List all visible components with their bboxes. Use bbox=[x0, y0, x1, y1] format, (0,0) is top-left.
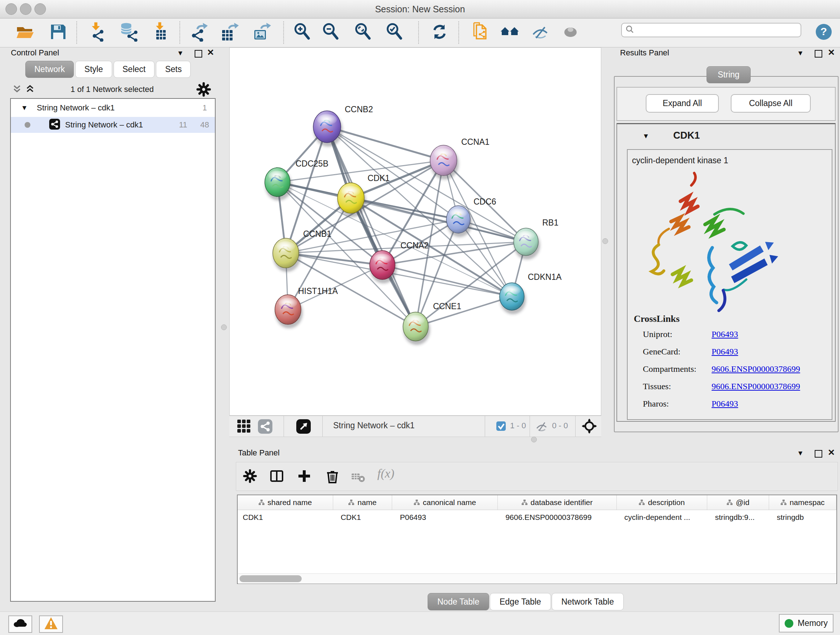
results-panel-collapse-icon[interactable]: ▼ bbox=[797, 49, 804, 57]
entry-detail: cyclin-dependent kinase 1 CrossLinks bbox=[627, 149, 832, 420]
export-image-icon[interactable] bbox=[251, 22, 272, 43]
search-icon bbox=[625, 25, 634, 35]
tab-string[interactable]: String bbox=[706, 66, 751, 83]
cloud-status-button[interactable] bbox=[8, 616, 32, 633]
column-header-canonical-name[interactable]: canonical name bbox=[392, 495, 498, 510]
import-network-file-icon[interactable] bbox=[85, 22, 106, 43]
tab-edge-table[interactable]: Edge Table bbox=[490, 593, 551, 610]
zoom-selected-icon[interactable] bbox=[384, 22, 405, 43]
column-header-namespac[interactable]: namespac bbox=[769, 495, 836, 510]
column-header-name[interactable]: name bbox=[333, 495, 393, 510]
table-cell[interactable]: 9606.ENSP00000378699 bbox=[498, 510, 617, 524]
table-cell[interactable]: cyclin-dependent ... bbox=[617, 510, 707, 524]
delete-column-icon[interactable] bbox=[325, 468, 340, 486]
crosslink-link[interactable]: 9606.ENSP00000378699 bbox=[712, 364, 800, 374]
table-cell[interactable]: CDK1 bbox=[238, 510, 333, 524]
show-columns-icon[interactable] bbox=[270, 469, 284, 485]
table-row[interactable]: CDK1CDK1P064939606.ENSP00000378699cyclin… bbox=[238, 510, 836, 524]
table-cell[interactable]: P06493 bbox=[392, 510, 498, 524]
tab-network[interactable]: Network bbox=[25, 61, 74, 78]
table-panel-close-icon[interactable]: ✕ bbox=[828, 448, 835, 458]
crosslink-link[interactable]: 9606.ENSP00000378699 bbox=[712, 382, 800, 391]
grid-view-icon[interactable] bbox=[237, 420, 251, 435]
crosslink-label: Compartments: bbox=[643, 364, 712, 374]
network-row-selected[interactable]: String Network – cdk1 11 48 bbox=[11, 117, 215, 133]
collection-expander-icon[interactable]: ▼ bbox=[21, 104, 28, 112]
hidden-eye-icon[interactable] bbox=[535, 420, 548, 434]
open-in-window-icon[interactable] bbox=[296, 419, 311, 435]
help-icon[interactable]: ? bbox=[813, 22, 834, 43]
bottom-splitter-handle[interactable] bbox=[531, 437, 537, 442]
table-panel-collapse-icon[interactable]: ▼ bbox=[797, 449, 804, 457]
results-panel-title: Results Panel bbox=[620, 48, 669, 57]
expand-all-button[interactable]: Expand All bbox=[646, 94, 719, 112]
crosslink-link[interactable]: P06493 bbox=[712, 347, 738, 356]
graph-node-CCNA1[interactable]: CCNA1 bbox=[430, 137, 489, 180]
table-cell[interactable]: stringdb:9... bbox=[707, 510, 769, 524]
collapse-all-networks-icon[interactable] bbox=[12, 84, 22, 95]
tab-network-table[interactable]: Network Table bbox=[552, 593, 624, 610]
open-session-icon[interactable] bbox=[14, 22, 35, 43]
selected-checkbox-icon[interactable] bbox=[496, 421, 506, 432]
network-options-gear-icon[interactable] bbox=[196, 82, 211, 98]
graph-node-CCNB2[interactable]: CCNB2 bbox=[313, 105, 373, 147]
network-snapshot-icon[interactable] bbox=[471, 22, 492, 43]
tab-sets[interactable]: Sets bbox=[156, 61, 191, 78]
refresh-view-icon[interactable] bbox=[429, 22, 450, 43]
birds-eye-view-icon[interactable] bbox=[582, 418, 597, 435]
column-header--id[interactable]: @id bbox=[707, 495, 769, 510]
home-icon[interactable] bbox=[499, 22, 520, 43]
column-header-shared-name[interactable]: shared name bbox=[238, 495, 333, 510]
hide-selected-icon[interactable] bbox=[530, 22, 551, 43]
tab-select[interactable]: Select bbox=[114, 61, 155, 78]
network-share-icon[interactable] bbox=[257, 419, 273, 435]
table-cell[interactable]: CDK1 bbox=[333, 510, 393, 524]
results-panel-float-icon[interactable] bbox=[815, 50, 822, 59]
right-splitter-handle[interactable] bbox=[602, 238, 608, 244]
crosslink-link[interactable]: P06493 bbox=[712, 329, 738, 339]
show-all-icon[interactable] bbox=[560, 22, 581, 43]
crosslink-label: Tissues: bbox=[643, 382, 712, 391]
network-collection-row[interactable]: ▼ String Network – cdk1 1 bbox=[11, 99, 215, 117]
export-network-icon[interactable] bbox=[189, 22, 210, 43]
column-header-description[interactable]: description bbox=[617, 495, 707, 510]
table-cell[interactable]: stringdb bbox=[769, 510, 836, 524]
column-header-database-identifier[interactable]: database identifier bbox=[498, 495, 617, 510]
graph-node-HIST1H1A[interactable]: HIST1H1A bbox=[275, 287, 338, 328]
zoom-out-icon[interactable] bbox=[321, 22, 341, 43]
crosslink-link[interactable]: P06493 bbox=[712, 399, 738, 409]
export-table-icon[interactable] bbox=[219, 22, 240, 43]
add-column-icon[interactable] bbox=[297, 469, 311, 485]
network-canvas[interactable]: CDK1 CCNB1 CCNB2 CCNA1 CCNA2 CCNE1 bbox=[229, 48, 601, 416]
graph-node-RB1[interactable]: RB1 bbox=[514, 218, 559, 260]
zoom-in-icon[interactable] bbox=[292, 22, 313, 43]
graph-node-CCNB1[interactable]: CCNB1 bbox=[273, 229, 332, 272]
zoom-fit-icon[interactable] bbox=[353, 22, 374, 43]
table-horizontal-scrollbar[interactable] bbox=[238, 573, 836, 584]
graph-node-CCNE1[interactable]: CCNE1 bbox=[403, 302, 461, 345]
network-tree: ▼ String Network – cdk1 1 String Network… bbox=[10, 98, 216, 602]
control-panel-close-icon[interactable]: ✕ bbox=[207, 48, 214, 57]
table-settings-gear-icon[interactable] bbox=[243, 469, 257, 485]
network-view-toolbar: String Network – cdk1 1 - 0 0 - 0 bbox=[229, 416, 601, 437]
collapse-all-button[interactable]: Collapse All bbox=[731, 94, 811, 112]
entry-expander-icon[interactable]: ▼ bbox=[643, 132, 649, 140]
memory-button[interactable]: Memory bbox=[779, 614, 834, 632]
expand-all-networks-icon[interactable] bbox=[25, 84, 35, 95]
results-panel-close-icon[interactable]: ✕ bbox=[828, 48, 835, 57]
import-table-icon[interactable] bbox=[148, 22, 169, 43]
tab-style[interactable]: Style bbox=[75, 61, 112, 78]
control-panel-collapse-icon[interactable]: ▼ bbox=[177, 49, 184, 57]
table-panel-float-icon[interactable] bbox=[815, 450, 822, 459]
control-panel-float-icon[interactable] bbox=[195, 50, 202, 59]
warnings-button[interactable] bbox=[39, 616, 63, 633]
tab-node-table[interactable]: Node Table bbox=[428, 593, 489, 610]
search-input[interactable] bbox=[634, 25, 795, 35]
svg-text:RB1: RB1 bbox=[542, 218, 559, 227]
scrollbar-thumb[interactable] bbox=[240, 575, 302, 582]
save-session-icon[interactable] bbox=[48, 22, 69, 43]
left-splitter-handle[interactable] bbox=[221, 325, 227, 330]
import-network-database-icon[interactable] bbox=[118, 22, 140, 43]
graph-node-CDKN1A[interactable]: CDKN1A bbox=[500, 272, 562, 314]
search-field[interactable] bbox=[621, 23, 801, 37]
